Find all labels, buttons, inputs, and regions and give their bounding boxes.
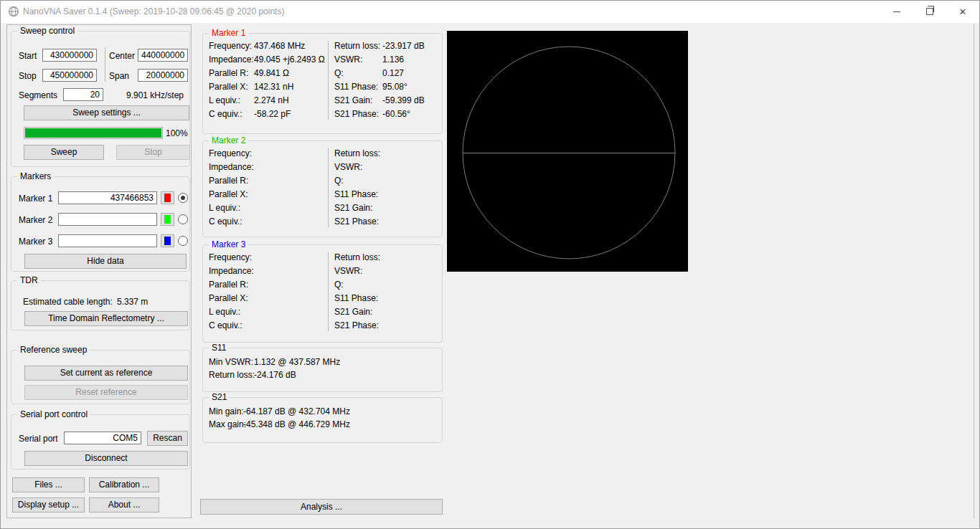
marker2-color-button[interactable]	[161, 213, 174, 226]
marker3-color-button[interactable]	[161, 234, 174, 247]
field-label: S11 Phase:	[334, 82, 382, 95]
marker2-input[interactable]	[58, 213, 157, 226]
field-value: -64.187 dB @ 432.704 MHz	[243, 406, 350, 419]
field-value: 1.132 @ 437.587 MHz	[254, 357, 340, 370]
field-label: Return loss:	[334, 148, 382, 162]
s21-stats-group: S21 Min gain:-64.187 dB @ 432.704 MHz Ma…	[202, 397, 443, 443]
calibration-button[interactable]: Calibration ...	[89, 477, 159, 492]
field-label: L equiv.:	[209, 307, 254, 320]
tdr-button[interactable]: Time Domain Reflectometry ...	[24, 311, 188, 326]
sweep-button[interactable]: Sweep	[24, 145, 104, 160]
serial-port-group: Serial port control Serial port Rescan D…	[11, 414, 190, 470]
marker3-right-col: Return loss: VSWR: Q: S11 Phase: S21 Gai…	[329, 252, 438, 334]
display-setup-button[interactable]: Display setup ...	[12, 497, 85, 513]
field-label: Q:	[334, 68, 382, 82]
marker3-label: Marker 3	[19, 237, 52, 247]
field-label: Frequency:	[209, 252, 254, 266]
marker1-label: Marker 1	[19, 194, 52, 204]
markers-group: Markers Marker 1 Marker 2 Marker 3 Hide …	[11, 176, 190, 272]
serial-port-input[interactable]	[64, 432, 141, 444]
field-label: Min VSWR:	[209, 357, 254, 370]
field-value: 49.045 +j6.2493 Ω	[254, 54, 325, 68]
disconnect-button[interactable]: Disconnect	[24, 451, 188, 466]
stop-button[interactable]: Stop	[116, 145, 190, 160]
sweep-control-group: Sweep control Start Center Stop Span Seg…	[11, 31, 190, 167]
field-label: Impedance:	[209, 266, 254, 280]
marker3-detail-title: Marker 3	[209, 239, 248, 250]
s11-rjx-chart[interactable]	[709, 31, 968, 272]
app-window: NanoVNA Saver 0.1.4 (Sweep: 2019-10-28 0…	[0, 0, 980, 529]
set-reference-button[interactable]: Set current as reference	[24, 366, 188, 381]
span-label: Span	[109, 71, 129, 81]
s11-vswr-chart[interactable]	[707, 275, 968, 515]
close-button[interactable]: ✕	[946, 1, 979, 22]
center-input[interactable]	[138, 49, 188, 62]
marker1-color-button[interactable]	[161, 191, 174, 204]
start-input[interactable]	[42, 49, 97, 62]
about-button[interactable]: About ...	[89, 497, 159, 513]
field-label: Impedance:	[209, 54, 254, 68]
marker1-detail-group: Marker 1 Frequency:437.468 MHz Impedance…	[202, 33, 443, 134]
minimize-button[interactable]	[880, 1, 913, 22]
field-label: Min gain:	[209, 406, 243, 419]
step-info: 9.901 kHz/step	[126, 90, 182, 100]
marker2-left-col: Frequency: Impedance: Parallel R: Parall…	[209, 148, 328, 230]
field-label: S21 Gain:	[334, 203, 382, 216]
marker3-radio[interactable]	[178, 236, 188, 246]
field-label: S21 Phase:	[334, 216, 382, 230]
s11-stats-group: S11 Min VSWR:1.132 @ 437.587 MHz Return …	[202, 348, 443, 392]
marker1-input[interactable]	[58, 191, 157, 204]
progress-fill	[25, 128, 161, 138]
segments-input[interactable]	[63, 88, 103, 101]
field-label: C equiv.:	[209, 320, 254, 334]
markers-title: Markers	[17, 171, 54, 182]
field-label: Q:	[334, 280, 382, 293]
field-value: 95.08°	[382, 82, 407, 95]
field-value: 437.468 MHz	[254, 41, 305, 54]
marker2-radio[interactable]	[178, 214, 188, 224]
sweep-control-title: Sweep control	[17, 26, 77, 37]
field-label: C equiv.:	[209, 216, 254, 230]
field-label: Parallel X:	[209, 82, 254, 95]
stop-label: Stop	[19, 71, 37, 81]
titlebar[interactable]: NanoVNA Saver 0.1.4 (Sweep: 2019-10-28 0…	[1, 1, 979, 23]
hide-data-button[interactable]: Hide data	[24, 254, 187, 269]
restore-button[interactable]	[913, 1, 946, 22]
reference-sweep-group: Reference sweep Set current as reference…	[11, 350, 190, 404]
field-label: Return loss:	[334, 41, 382, 54]
files-button[interactable]: Files ...	[12, 477, 85, 492]
field-label: Return loss:	[209, 370, 254, 383]
analysis-button[interactable]: Analysis ...	[200, 499, 443, 515]
s11-return-loss-chart[interactable]	[447, 275, 704, 515]
field-label: Q:	[334, 176, 382, 189]
field-value: -24.176 dB	[254, 370, 296, 383]
field-label: Impedance:	[209, 162, 254, 176]
field-value: 142.31 nH	[254, 82, 293, 95]
rescan-button[interactable]: Rescan	[147, 431, 188, 446]
field-label: L equiv.:	[209, 95, 254, 109]
field-label: Parallel X:	[209, 293, 254, 307]
marker1-radio[interactable]	[178, 193, 188, 203]
app-icon	[8, 6, 19, 17]
start-label: Start	[19, 51, 37, 61]
span-input[interactable]	[138, 69, 188, 82]
reset-reference-button[interactable]: Reset reference	[24, 385, 188, 400]
segments-label: Segments	[19, 90, 57, 100]
field-label: Frequency:	[209, 41, 254, 54]
sweep-progress-bar	[24, 127, 163, 139]
marker2-detail-title: Marker 2	[209, 135, 248, 146]
serial-port-title: Serial port control	[17, 409, 90, 420]
reference-sweep-title: Reference sweep	[17, 345, 90, 356]
marker3-input[interactable]	[58, 234, 157, 247]
marker3-left-col: Frequency: Impedance: Parallel R: Parall…	[209, 252, 328, 334]
field-label: Parallel R:	[209, 176, 254, 189]
stop-input[interactable]	[42, 69, 97, 82]
tdr-group: TDR Estimated cable length: 5.337 m Time…	[11, 280, 190, 330]
sweep-settings-button[interactable]: Sweep settings ...	[24, 105, 189, 120]
marker1-left-col: Frequency:437.468 MHz Impedance:49.045 +…	[209, 41, 328, 123]
field-value: -58.22 pF	[254, 109, 291, 123]
field-label: VSWR:	[334, 266, 382, 280]
s11-smith-chart[interactable]	[447, 31, 688, 272]
field-value: 2.274 nH	[254, 95, 289, 109]
field-label: VSWR:	[334, 162, 382, 176]
